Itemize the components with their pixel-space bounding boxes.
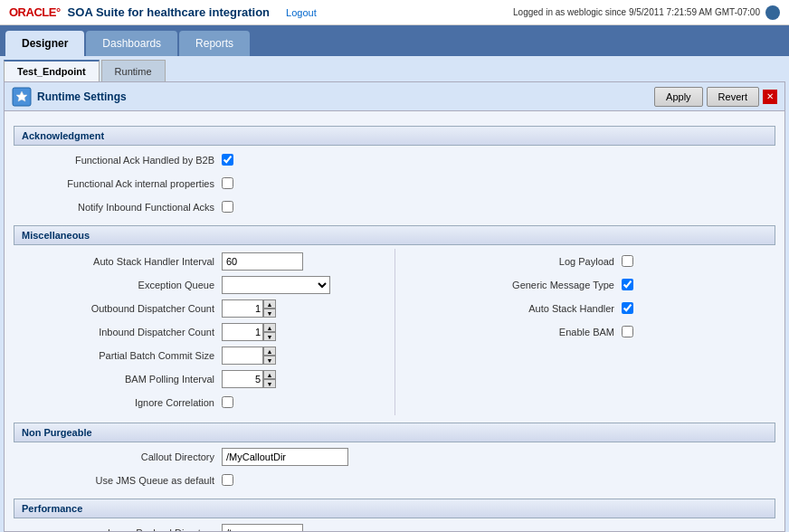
callout-directory-control [222,448,775,466]
content-area: Acknowledgment Functional Ack Handled by… [5,111,784,531]
ignore-correlation-row: Ignore Correlation [14,392,376,413]
enable-bam-checkbox[interactable] [622,326,633,337]
functional-ack-internal-checkbox[interactable] [222,177,233,189]
generic-message-type-label: Generic Message Type [414,280,622,290]
notify-inbound-row: Notify Inbound Functional Acks [14,196,775,218]
auto-stack-handler-interval-input[interactable] [222,252,303,271]
partial-batch-label: Partial Batch Commit Size [14,350,222,361]
app-header: ORACLE° SOA Suite for healthcare integra… [0,0,789,25]
miscellaneous-section-header: Miscellaneous [14,225,775,245]
enable-bam-label: Enable BAM [414,327,622,337]
main-area: Test_Endpoint Runtime Runtime Settings A… [0,56,789,532]
bam-polling-spinner: ▲ ▼ [263,370,276,388]
partial-batch-spinner: ▲ ▼ [263,347,276,365]
header-left: ORACLE° SOA Suite for healthcare integra… [9,5,317,19]
main-panel: Runtime Settings Apply Revert ✕ Acknowle… [4,81,785,532]
header-right: Logged in as weblogic since 9/5/2011 7:2… [513,5,780,20]
use-jms-control [222,474,775,488]
log-payload-control [622,255,775,269]
enable-bam-control [622,326,775,339]
outbound-dispatcher-label: Outbound Dispatcher Count [14,303,222,314]
callout-directory-label: Callout Directory [14,451,222,462]
functional-ack-b2b-checkbox[interactable] [222,154,233,166]
bam-polling-up[interactable]: ▲ [263,370,276,379]
ignore-correlation-control [222,396,376,410]
partial-batch-input[interactable] [222,347,263,365]
non-purgeable-section-header: Non Purgeable [14,423,775,442]
large-payload-control [222,524,775,531]
logout-link[interactable]: Logout [286,7,317,18]
bam-polling-label: BAM Polling Interval [14,374,222,385]
auto-stack-handler-interval-label: Auto Stack Handler Interval [14,256,222,267]
log-payload-row: Log Payload [414,251,775,272]
partial-batch-control: ▲ ▼ [222,347,376,365]
log-payload-label: Log Payload [414,256,622,267]
auto-stack-handler-checkbox[interactable] [622,302,633,314]
generic-message-type-control [622,279,775,292]
inbound-dispatcher-spinner: ▲ ▼ [263,323,276,341]
misc-right-col: Log Payload Generic Message Type Auto St… [394,249,775,415]
partial-batch-row: Partial Batch Commit Size ▲ ▼ [14,345,376,366]
inbound-dispatcher-down[interactable]: ▼ [263,332,276,341]
outbound-dispatcher-row: Outbound Dispatcher Count ▲ ▼ [14,298,376,319]
miscellaneous-two-col: Auto Stack Handler Interval Exception Qu… [14,249,775,415]
functional-ack-b2b-label: Functional Ack Handled by B2B [14,155,222,166]
notify-inbound-label: Notify Inbound Functional Acks [14,202,222,213]
notify-inbound-checkbox[interactable] [222,201,233,213]
bam-polling-down[interactable]: ▼ [263,379,276,388]
runtime-settings-icon [12,87,32,107]
misc-left-col: Auto Stack Handler Interval Exception Qu… [14,249,394,415]
functional-ack-internal-row: Functional Ack internal properties [14,173,775,195]
auto-stack-handler-row: Auto Stack Handler [414,298,775,319]
outbound-dispatcher-input[interactable] [222,299,263,318]
ignore-correlation-checkbox[interactable] [222,396,233,408]
inbound-dispatcher-up[interactable]: ▲ [263,323,276,332]
tab-designer[interactable]: Designer [5,31,84,56]
revert-button[interactable]: Revert [707,87,759,107]
sub-tab-test-endpoint[interactable]: Test_Endpoint [4,60,100,81]
bam-polling-input[interactable] [222,370,263,388]
tab-dashboards[interactable]: Dashboards [86,31,177,56]
sub-tabs: Test_Endpoint Runtime [4,60,785,81]
exception-queue-label: Exception Queue [14,280,222,290]
panel-title: Runtime Settings [12,87,127,107]
auto-stack-handler-interval-row: Auto Stack Handler Interval [14,251,376,272]
inbound-dispatcher-control: ▲ ▼ [222,323,376,341]
functional-ack-b2b-row: Functional Ack Handled by B2B [14,149,775,171]
callout-directory-row: Callout Directory [14,446,775,468]
outbound-dispatcher-down[interactable]: ▼ [263,309,276,318]
inbound-dispatcher-label: Inbound Dispatcher Count [14,327,222,337]
apply-button[interactable]: Apply [654,87,703,107]
app-title: SOA Suite for healthcare integration [68,5,270,19]
large-payload-input[interactable] [222,524,303,531]
callout-directory-input[interactable] [222,448,348,466]
oracle-logo: ORACLE° [9,5,61,19]
bam-polling-control: ▲ ▼ [222,370,376,388]
outbound-dispatcher-up[interactable]: ▲ [263,299,276,309]
generic-message-type-row: Generic Message Type [414,274,775,296]
sub-tab-runtime[interactable]: Runtime [101,60,166,81]
functional-ack-internal-control [222,177,775,191]
use-jms-checkbox[interactable] [222,474,233,486]
exception-queue-select[interactable] [222,276,330,294]
auto-stack-handler-control [622,302,775,316]
auto-stack-handler-label: Auto Stack Handler [414,303,622,314]
large-payload-row: Large Payload Directory [14,522,775,531]
panel-header: Runtime Settings Apply Revert ✕ [5,82,784,111]
partial-batch-down[interactable]: ▼ [263,356,276,365]
top-nav: Designer Dashboards Reports [0,25,789,56]
close-button[interactable]: ✕ [763,90,777,104]
exception-queue-control [222,276,376,294]
performance-section-header: Performance [14,499,775,518]
exception-queue-row: Exception Queue [14,274,376,296]
log-payload-checkbox[interactable] [622,255,633,267]
tab-reports[interactable]: Reports [179,31,250,56]
generic-message-type-checkbox[interactable] [622,279,633,290]
inbound-dispatcher-input[interactable] [222,323,263,341]
outbound-dispatcher-control: ▲ ▼ [222,299,376,318]
use-jms-label: Use JMS Queue as default [14,475,222,486]
acknowledgment-section-header: Acknowledgment [14,126,775,146]
panel-title-text: Runtime Settings [37,90,127,103]
partial-batch-up[interactable]: ▲ [263,347,276,356]
enable-bam-row: Enable BAM [414,321,775,343]
